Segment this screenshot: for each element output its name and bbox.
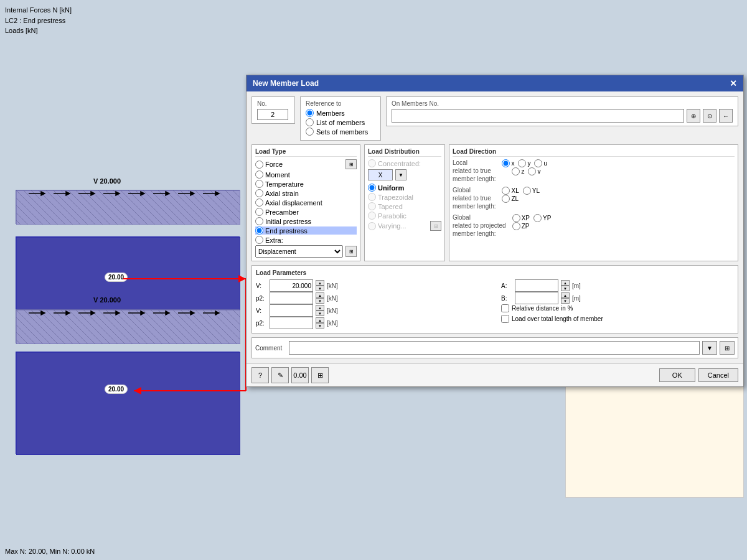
ref-radio-list[interactable]: List of members — [306, 118, 375, 126]
comment-extra-btn[interactable]: ⊞ — [720, 341, 735, 355]
lt-moment[interactable]: Moment — [255, 170, 357, 179]
dir-local-u[interactable]: u — [534, 159, 547, 167]
lt-axial-disp[interactable]: Axial displacement — [255, 198, 357, 207]
lt-axial-strain-label: Axial strain — [265, 190, 299, 197]
dir-local-radios: x y u — [502, 159, 547, 167]
dir-YL[interactable]: YL — [523, 187, 540, 195]
ld-uniform[interactable]: Uniform — [368, 184, 441, 192]
param-v1-input[interactable] — [270, 279, 313, 292]
param-p21-spinner: ▲ ▼ — [316, 292, 324, 304]
param-a-unit: [m] — [572, 282, 581, 289]
ld-uniform-label: Uniform — [378, 184, 404, 192]
lt-precamber[interactable]: Precamber — [255, 208, 357, 216]
toolbar-value-btn[interactable]: 0.00 — [291, 367, 309, 383]
axis-icon-btn[interactable]: ▼ — [395, 169, 406, 180]
dir-YP[interactable]: YP — [533, 214, 551, 222]
lt-temperature[interactable]: Temperature — [255, 180, 357, 188]
dir-local-z[interactable]: z — [512, 167, 524, 175]
param-v1-spinner: ▲ ▼ — [316, 280, 324, 291]
ld-tapered[interactable]: Tapered — [368, 202, 441, 210]
dir-global-proj-subsection: Global related to projected member lengt… — [453, 214, 735, 238]
params-section: Load Parameters V: ▲ ▼ [kN] — [251, 265, 738, 334]
dialog-close-button[interactable]: ✕ — [730, 78, 737, 88]
param-v1-up[interactable]: ▲ — [316, 280, 324, 286]
cad-info: Internal Forces N [kN] LC2 : End prestre… — [5, 5, 72, 36]
no-input[interactable] — [257, 109, 288, 120]
cancel-button[interactable]: Cancel — [698, 368, 738, 382]
param-p21-unit: [kN] — [327, 295, 338, 302]
comment-dropdown-btn[interactable]: ▼ — [702, 341, 717, 355]
lt-force[interactable]: Force ⊞ — [255, 159, 357, 169]
global-proj-sub2: member length: — [453, 230, 506, 237]
on-members-input[interactable] — [392, 109, 684, 123]
status-bar: Max N: 20.00, Min N: 0.00 kN — [5, 548, 95, 555]
param-b-up[interactable]: ▲ — [561, 292, 570, 298]
ld-trapezoidal[interactable]: Trapezoidal — [368, 193, 441, 201]
param-v2-unit: [kN] — [327, 307, 338, 314]
ref-radio-members[interactable]: Members — [306, 109, 375, 117]
lt-axial-strain[interactable]: Axial strain — [255, 189, 357, 197]
param-v2-input[interactable] — [270, 304, 313, 317]
select-node-btn[interactable]: ⊕ — [687, 109, 700, 123]
param-a-spinner: ▲ ▼ — [561, 280, 570, 291]
param-p22-up[interactable]: ▲ — [316, 317, 324, 323]
relative-dist-row[interactable]: Relative distance in % — [501, 304, 734, 312]
param-p22-input[interactable] — [270, 317, 313, 329]
comment-label: Comment — [255, 345, 286, 352]
param-p21-input[interactable] — [270, 292, 313, 304]
dialog-title: New Member Load — [253, 79, 319, 88]
dir-local-v[interactable]: v — [528, 167, 540, 175]
member-lower-label: V 20.000 — [93, 296, 121, 304]
lt-extra-label: Extra: — [265, 236, 283, 244]
select-member-btn[interactable]: ⊙ — [703, 109, 716, 123]
axis-box[interactable]: X — [368, 169, 393, 180]
toolbar-help-btn[interactable]: ? — [251, 367, 269, 383]
relative-dist-check[interactable] — [501, 304, 509, 312]
dir-XL[interactable]: XL — [502, 187, 519, 195]
ld-parabolic[interactable]: Parabolic — [368, 212, 441, 220]
param-p22-down[interactable]: ▼ — [316, 323, 324, 329]
load-over-total-row[interactable]: Load over total length of member — [501, 315, 734, 323]
param-b-down[interactable]: ▼ — [561, 298, 570, 304]
no-section: No. — [251, 96, 295, 124]
param-v2-down[interactable]: ▼ — [316, 310, 324, 316]
param-a-down[interactable]: ▼ — [561, 286, 570, 291]
load-dist-section: Load Distribution Concentrated: X ▼ Unif… — [364, 144, 445, 261]
axis-select-row: X ▼ — [368, 169, 441, 180]
dir-ZP[interactable]: ZP — [512, 222, 530, 230]
extra-icon-btn[interactable]: ⊞ — [345, 246, 357, 257]
ld-concentrated[interactable]: Concentrated: — [368, 159, 441, 167]
param-a-input[interactable] — [515, 279, 558, 292]
lt-init-prestress-label: Initial prestress — [265, 218, 311, 225]
comment-input[interactable] — [289, 341, 700, 355]
param-a-up[interactable]: ▲ — [561, 280, 570, 286]
dir-local-subsection: Local related to true member length: x y — [453, 159, 735, 184]
dir-local-x[interactable]: x — [502, 159, 514, 167]
lt-end-prestress[interactable]: End prestress — [255, 226, 357, 235]
comment-section: Comment ▼ ⊞ — [251, 337, 738, 358]
extra-select[interactable]: Displacement — [255, 245, 343, 258]
param-p21-down[interactable]: ▼ — [316, 298, 324, 304]
toolbar-table-btn[interactable]: ⊞ — [311, 367, 329, 383]
cad-title1: Internal Forces N [kN] — [5, 5, 72, 16]
ld-varying[interactable]: Varying... ⊞ — [368, 221, 441, 231]
lt-axial-disp-label: Axial displacement — [265, 199, 322, 207]
param-v2-up[interactable]: ▲ — [316, 305, 324, 310]
lt-init-prestress[interactable]: Initial prestress — [255, 217, 357, 225]
param-v1-label: V: — [256, 282, 267, 289]
param-v1-down[interactable]: ▼ — [316, 286, 324, 291]
param-p21-up[interactable]: ▲ — [316, 292, 324, 298]
back-btn[interactable]: ← — [719, 109, 733, 123]
dir-XP[interactable]: XP — [512, 214, 530, 222]
dir-local-y[interactable]: y — [518, 159, 530, 167]
params-right: A: ▲ ▼ [m] B: ▲ ▼ — [501, 279, 734, 329]
dir-ZL[interactable]: ZL — [502, 195, 519, 203]
ref-radio-sets[interactable]: Sets of members — [306, 128, 375, 136]
toolbar-edit-btn[interactable]: ✎ — [271, 367, 289, 383]
lt-extra[interactable]: Extra: — [255, 236, 357, 244]
global-true-label: Global — [453, 187, 496, 194]
load-over-total-check[interactable] — [501, 315, 509, 323]
dialog-titlebar: New Member Load ✕ — [247, 75, 743, 91]
param-b-input[interactable] — [515, 292, 558, 304]
ok-button[interactable]: OK — [659, 368, 695, 382]
